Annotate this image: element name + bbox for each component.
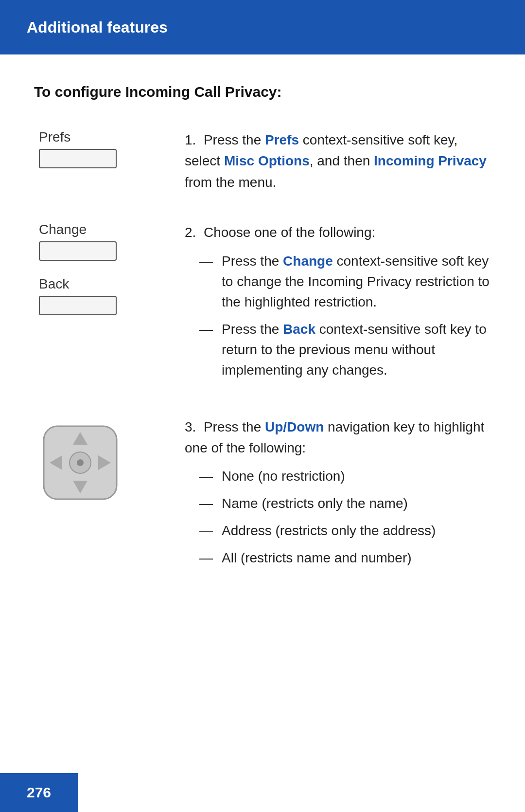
- change-link: Change: [283, 253, 333, 269]
- step-1-number: 1.: [185, 132, 204, 147]
- prefs-softkey-label: Prefs: [34, 129, 70, 145]
- page-heading: To configure Incoming Call Privacy:: [34, 84, 491, 100]
- step-2-row: Change Back 2. Choose one of the followi…: [34, 222, 491, 387]
- step-3-bullet-4-text: All (restricts name and number): [222, 548, 412, 568]
- step-3-text: 3. Press the Up/Down navigation key to h…: [185, 416, 491, 459]
- change-softkey-label: Change: [34, 222, 87, 237]
- step-3-bullet-2: — Name (restricts only the name): [199, 493, 491, 514]
- step-2-bullet-2-text: Press the Back context-sensitive soft ke…: [222, 319, 491, 380]
- footer-bar: 276: [0, 773, 78, 812]
- step-3-bullet-1-text: None (no restriction): [222, 466, 345, 487]
- step-2-right: 2. Choose one of the following: — Press …: [165, 222, 491, 387]
- updown-link: Up/Down: [265, 419, 324, 434]
- steps-container: Prefs 1. Press the Prefs context-sensiti…: [34, 129, 491, 604]
- dash-icon-5: —: [199, 521, 213, 541]
- step-3-right: 3. Press the Up/Down navigation key to h…: [165, 416, 491, 576]
- prefs-softkey-box: [39, 149, 117, 168]
- step-3-left: [34, 416, 165, 576]
- step-2-bullet-2: — Press the Back context-sensitive soft …: [199, 319, 491, 380]
- dash-icon-2: —: [199, 319, 213, 380]
- back-link: Back: [283, 322, 315, 337]
- header-title: Additional features: [27, 18, 168, 36]
- footer-page-number: 276: [27, 784, 51, 801]
- step-2-sub-bullets: — Press the Change context-sensitive sof…: [199, 251, 491, 380]
- header-bar: Additional features: [0, 0, 525, 54]
- navkey-svg: [39, 421, 122, 504]
- back-softkey-label: Back: [34, 276, 69, 292]
- dash-icon-4: —: [199, 493, 213, 514]
- step-2-bullet-1: — Press the Change context-sensitive sof…: [199, 251, 491, 312]
- dash-icon-1: —: [199, 251, 213, 312]
- incoming-privacy-link: Incoming Privacy: [374, 153, 487, 168]
- step-3-bullet-2-text: Name (restricts only the name): [222, 493, 408, 514]
- step-2-left: Change Back: [34, 222, 165, 387]
- step-3-bullet-3-text: Address (restricts only the address): [222, 521, 436, 541]
- misc-options-link: Misc Options: [224, 153, 310, 168]
- step-2-number: 2.: [185, 225, 204, 240]
- step-3-number: 3.: [185, 419, 204, 434]
- dash-icon-3: —: [199, 466, 213, 487]
- step-1-right: 1. Press the Prefs context-sensitive sof…: [165, 129, 491, 193]
- back-softkey-box: [39, 296, 117, 315]
- step-1-row: Prefs 1. Press the Prefs context-sensiti…: [34, 129, 491, 193]
- svg-point-6: [77, 459, 84, 466]
- navkey-wrap: [34, 416, 126, 509]
- change-softkey-box: [39, 241, 117, 261]
- prefs-link: Prefs: [265, 132, 299, 147]
- step-3-row: 3. Press the Up/Down navigation key to h…: [34, 416, 491, 576]
- step-1-text: 1. Press the Prefs context-sensitive sof…: [185, 129, 491, 193]
- step-2-intro: 2. Choose one of the following:: [185, 222, 491, 243]
- step-3-bullet-3: — Address (restricts only the address): [199, 521, 491, 541]
- main-content: To configure Incoming Call Privacy: Pref…: [0, 54, 525, 643]
- step-3-bullet-4: — All (restricts name and number): [199, 548, 491, 568]
- step-3-bullet-1: — None (no restriction): [199, 466, 491, 487]
- step-1-left: Prefs: [34, 129, 165, 193]
- dash-icon-6: —: [199, 548, 213, 568]
- step-2-bullet-1-text: Press the Change context-sensitive soft …: [222, 251, 491, 312]
- step-3-sub-bullets: — None (no restriction) — Name (restrict…: [199, 466, 491, 568]
